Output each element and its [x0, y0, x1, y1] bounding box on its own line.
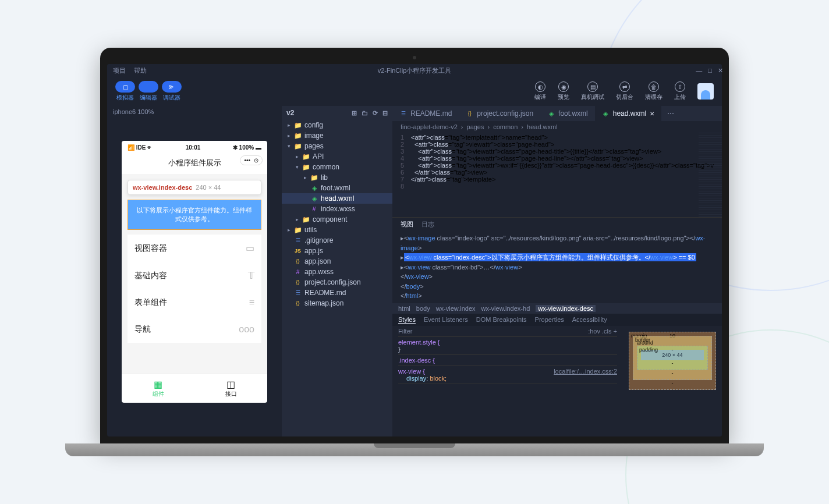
devtools-subtab[interactable]: Styles	[398, 316, 416, 324]
styles-filter-actions[interactable]: :hov .cls +	[588, 328, 617, 335]
tree-item[interactable]: ☰.gitignore	[282, 235, 392, 246]
tree-item[interactable]: ▸📁API	[282, 151, 392, 162]
phone-statusbar: 📶 IDE ᯤ 10:01 ✱ 100% ▬	[122, 141, 267, 154]
phone-tabbar: ▦组件◫接口	[122, 374, 267, 403]
editor-tab[interactable]: {}project.config.json	[459, 106, 540, 121]
tree-item[interactable]: ▸📁image	[282, 130, 392, 141]
menu-item[interactable]: 导航ooo	[127, 316, 261, 343]
maximize-icon[interactable]: □	[708, 67, 712, 74]
mode-1[interactable]: 编辑器	[139, 81, 158, 102]
breadcrumb: fino-applet-demo-v2›pages›common›head.wx…	[392, 121, 722, 133]
tree-item[interactable]: JSapp.js	[282, 246, 392, 256]
menu-help[interactable]: 帮助	[134, 66, 147, 75]
devtools-subtab[interactable]: Event Listeners	[424, 316, 468, 324]
menu-item[interactable]: 表单组件≡	[127, 289, 261, 316]
mode-0[interactable]: ▢模拟器	[115, 81, 135, 102]
devtools-subtabs: StylesEvent ListenersDOM BreakpointsProp…	[392, 314, 722, 326]
menubar: 项目 帮助 v2-FinClip小程序开发工具 — □ ✕	[107, 64, 722, 77]
capsule-button[interactable]: •••⊙	[240, 155, 263, 165]
devtools: 视图 日志 ▸<wx-image class="index-logo" src=…	[392, 217, 722, 436]
action-真机调试[interactable]: ▤真机调试	[581, 81, 604, 101]
tree-item[interactable]: #app.wxss	[282, 267, 392, 277]
tree-item[interactable]: {}project.config.json	[282, 277, 392, 288]
editor-tabs: ☰README.md{}project.config.json◈foot.wxm…	[392, 106, 722, 121]
collapse-icon[interactable]: ⊟	[382, 109, 388, 117]
device-status: iphone6 100%	[107, 106, 282, 118]
file-explorer: v2 ⊞ 🗀 ⟳ ⊟ ▸📁config▸📁image▾📁pages▸📁API▾📁…	[282, 106, 392, 436]
code-editor[interactable]: 1<attr">class="tag">template attr">name=…	[392, 133, 722, 217]
action-清缓存[interactable]: 🗑清缓存	[645, 81, 663, 101]
new-file-icon[interactable]: ⊞	[352, 109, 357, 117]
mode-2[interactable]: ⫸调试器	[162, 81, 182, 102]
laptop-base	[65, 443, 764, 456]
tree-item[interactable]: ▾📁pages	[282, 141, 392, 151]
menu-project[interactable]: 项目	[113, 66, 126, 75]
menu-item[interactable]: 基础内容𝕋	[127, 262, 261, 289]
editor-tab[interactable]: ☰README.md	[392, 106, 459, 121]
tree-item[interactable]: ▸📁component	[282, 214, 392, 225]
editor-tab[interactable]: ◈foot.wxml	[540, 106, 595, 121]
camera-icon	[413, 56, 416, 59]
styles-panel[interactable]: Filter :hov .cls + element.style {}.inde…	[392, 326, 623, 437]
tree-item[interactable]: #index.wxss	[282, 204, 392, 214]
phone-title: 小程序组件展示 •••⊙	[122, 154, 267, 174]
devtools-subtab[interactable]: Accessibility	[572, 316, 607, 324]
devtools-tab-log[interactable]: 日志	[421, 220, 434, 229]
toolbar: ▢模拟器编辑器⫸调试器 ◐编译◉预览▤真机调试⇄切后台🗑清缓存⇧上传	[107, 77, 722, 106]
editor-pane: ☰README.md{}project.config.json◈foot.wxm…	[392, 106, 722, 436]
tree-item[interactable]: ▸📁config	[282, 120, 392, 130]
tree-item[interactable]: ◈foot.wxml	[282, 183, 392, 193]
window-title: v2-FinClip小程序开发工具	[378, 66, 452, 75]
tree-item[interactable]: ☰README.md	[282, 288, 392, 298]
project-root[interactable]: v2	[286, 109, 294, 117]
tree-item[interactable]: {}app.json	[282, 256, 392, 267]
phone-tab[interactable]: ▦组件	[122, 374, 194, 403]
editor-tab[interactable]: ◈head.wxml✕	[595, 106, 661, 121]
refresh-icon[interactable]: ⟳	[373, 109, 378, 117]
dom-tree[interactable]: ▸<wx-image class="index-logo" src="../re…	[392, 231, 722, 303]
new-folder-icon[interactable]: 🗀	[362, 109, 368, 117]
minimap[interactable]	[699, 133, 722, 217]
close-icon[interactable]: ✕	[718, 67, 722, 74]
tree-item[interactable]: ▾📁common	[282, 162, 392, 172]
tree-item[interactable]: {}sitemap.json	[282, 298, 392, 308]
devtools-subtab[interactable]: DOM Breakpoints	[476, 316, 527, 324]
laptop-frame: 项目 帮助 v2-FinClip小程序开发工具 — □ ✕ ▢模拟器编辑器⫸调试…	[100, 48, 729, 456]
devtools-subtab[interactable]: Properties	[535, 316, 564, 324]
action-编译[interactable]: ◐编译	[534, 81, 546, 101]
avatar[interactable]	[697, 83, 714, 100]
simulator-pane: iphone6 100% 📶 IDE ᯤ 10:01 ✱ 100% ▬ 小程序组…	[107, 106, 282, 436]
menu-item[interactable]: 视图容器▭	[127, 235, 261, 262]
styles-filter-input[interactable]: Filter	[398, 328, 412, 335]
minimize-icon[interactable]: —	[696, 67, 702, 74]
inspect-tooltip: wx-view.index-desc 240 × 44	[127, 180, 261, 195]
action-切后台[interactable]: ⇄切后台	[616, 81, 633, 101]
ide-window: 项目 帮助 v2-FinClip小程序开发工具 — □ ✕ ▢模拟器编辑器⫸调试…	[107, 64, 722, 436]
tree-item[interactable]: ▸📁lib	[282, 172, 392, 183]
box-model: margin 10 border around padding - 24	[623, 326, 722, 437]
tabs-more-icon[interactable]: ⋯	[661, 106, 680, 121]
dom-breadcrumb[interactable]: htmlbodywx-view.indexwx-view.index-hdwx-…	[392, 303, 722, 314]
phone-tab[interactable]: ◫接口	[194, 374, 267, 403]
action-预览[interactable]: ◉预览	[558, 81, 569, 101]
action-上传[interactable]: ⇧上传	[674, 81, 686, 101]
tree-item[interactable]: ▸📁utils	[282, 225, 392, 235]
phone-simulator: 📶 IDE ᯤ 10:01 ✱ 100% ▬ 小程序组件展示 •••⊙ wx-v…	[122, 141, 267, 403]
devtools-tab-view[interactable]: 视图	[401, 220, 413, 229]
highlighted-element[interactable]: 以下将展示小程序官方组件能力。组件样式仅供参考。	[127, 200, 261, 230]
tree-item[interactable]: ◈head.wxml	[282, 193, 392, 204]
